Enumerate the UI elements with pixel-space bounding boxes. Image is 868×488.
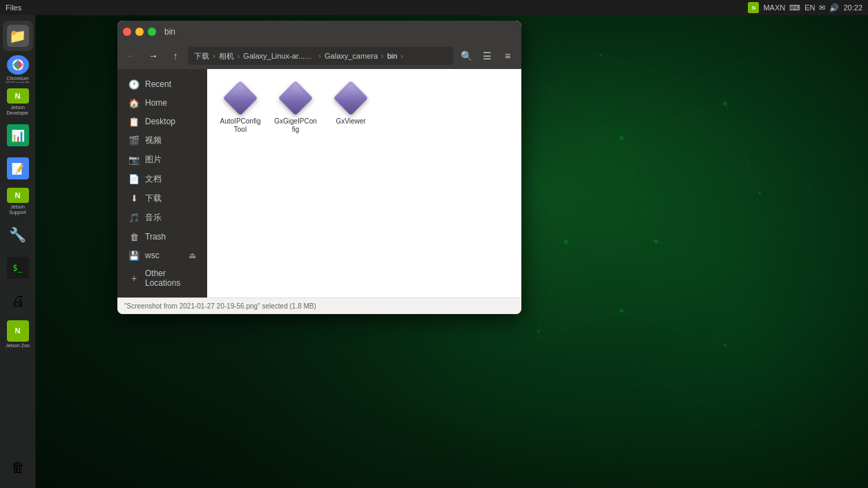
svg-point-21	[619, 309, 624, 313]
sidebar-label-pictures: 图片	[145, 154, 162, 166]
eject-icon[interactable]: ⏏	[189, 251, 196, 260]
svg-line-11	[518, 138, 566, 242]
pictures-icon: 📷	[128, 155, 139, 166]
autoipconfig-icon	[224, 81, 257, 115]
file-label-gxviewer: GxViewer	[336, 117, 365, 126]
dock-item-document[interactable]: 📝	[3, 153, 33, 184]
file-item-autoipconfig[interactable]: AutoIPConfigTool	[215, 77, 265, 138]
sidebar-label-documents: 文档	[145, 173, 162, 185]
file-manager-window: bin ← → ↑ 下载 › 相机 › Galaxy_Linux-ar...s_…	[117, 21, 521, 314]
breadcrumb-bar: 下载 › 相机 › Galaxy_Linux-ar...s_1.3.1911.9…	[188, 47, 454, 65]
file-item-gxgigeipconfig[interactable]: GxGigeIPConfig	[271, 77, 320, 138]
svg-line-10	[656, 380, 760, 428]
taskbar-time: 20:22	[843, 3, 862, 12]
file-label-gxgigeipconfig: GxGigeIPConfig	[273, 117, 318, 134]
sidebar-item-pictures[interactable]: 📷 图片	[120, 150, 204, 169]
home-icon: 🏠	[128, 97, 139, 108]
breadcrumb-galaxy-camera[interactable]: Galaxy_camera	[322, 52, 380, 60]
sidebar-item-other-locations[interactable]: + Other Locations	[120, 265, 204, 291]
dock-item-jetson-dev[interactable]: N JetsonDeveloperZone	[3, 87, 33, 117]
window-close-button[interactable]	[123, 28, 131, 36]
sidebar-item-recent[interactable]: 🕐 Recent	[120, 75, 204, 93]
status-text: "Screenshot from 2021-01-27 20-19-56.png…	[124, 302, 316, 310]
toolbar-end: 🔍 ☰ ≡	[456, 46, 517, 66]
svg-line-12	[539, 242, 566, 331]
up-button[interactable]: ↑	[166, 46, 185, 66]
svg-line-3	[621, 138, 656, 242]
dock-label-jetson-dev: JetsonDeveloperZone	[7, 105, 29, 116]
svg-line-0	[518, 69, 621, 138]
dock-item-settings[interactable]: 🔧	[3, 219, 33, 250]
wsc-icon: 💾	[128, 250, 139, 261]
top-taskbar: Files N MAXN ⌨ EN ✉ 🔊 20:22	[0, 0, 868, 15]
taskbar-maxn: MAXN	[763, 3, 785, 12]
sidebar-item-documents[interactable]: 📄 文档	[120, 170, 204, 188]
svg-point-24	[537, 330, 540, 333]
svg-line-8	[725, 345, 794, 414]
svg-line-6	[518, 311, 621, 345]
file-manager-body: 🕐 Recent 🏠 Home 📋 Desktop 🎬 视频 📷 图片 📄	[117, 69, 521, 297]
search-button[interactable]: 🔍	[456, 46, 476, 66]
svg-line-2	[725, 104, 829, 207]
forward-button[interactable]: →	[144, 46, 163, 66]
breadcrumb-camera[interactable]: 相机	[217, 51, 236, 61]
gxgigeipconfig-icon	[279, 81, 312, 115]
window-minimize-button[interactable]	[135, 28, 144, 36]
sidebar-label-wsc: wsc	[145, 251, 160, 260]
taskbar-right: N MAXN ⌨ EN ✉ 🔊 20:22	[748, 2, 862, 13]
dock-item-jetson-zoo[interactable]: N Jetson Zoo	[3, 319, 33, 349]
svg-line-7	[621, 311, 725, 345]
menu-button[interactable]: ≡	[498, 46, 517, 66]
breadcrumb-downloads[interactable]: 下载	[192, 51, 211, 61]
breadcrumb-galaxy[interactable]: Galaxy_Linux-ar...s_1.3.1911.9271	[241, 52, 317, 60]
sidebar-label-other-locations: Other Locations	[145, 269, 196, 288]
sidebar-label-home: Home	[145, 98, 167, 108]
breadcrumb-bin[interactable]: bin	[385, 52, 400, 60]
file-item-gxviewer[interactable]: GxViewer	[326, 77, 376, 138]
sidebar-item-music[interactable]: 🎵 音乐	[120, 208, 204, 227]
svg-point-23	[758, 192, 761, 195]
dock-label-jetson-support: JetsonSupportForums	[9, 204, 26, 215]
sidebar-item-trash[interactable]: 🗑 Trash	[120, 228, 204, 246]
dock-item-files[interactable]: 📁	[3, 21, 33, 51]
svg-line-15	[794, 242, 842, 311]
svg-line-1	[621, 104, 725, 138]
dock-item-terminal[interactable]: $_	[3, 253, 33, 283]
svg-point-22	[564, 240, 568, 244]
sidebar-item-downloads[interactable]: ⬇ 下载	[120, 189, 204, 208]
svg-point-25	[724, 344, 726, 347]
window-maximize-button[interactable]	[148, 28, 156, 36]
svg-line-9	[552, 380, 656, 414]
other-locations-icon: +	[128, 273, 139, 284]
taskbar-lang: EN	[804, 3, 815, 12]
videos-icon: 🎬	[128, 135, 139, 146]
dock-item-jetson-support[interactable]: N JetsonSupportForums	[3, 186, 33, 217]
dock-item-spreadsheet[interactable]: 📊	[3, 120, 33, 150]
sidebar-item-home[interactable]: 🏠 Home	[120, 94, 204, 112]
svg-line-13	[725, 104, 760, 193]
sidebar-item-desktop[interactable]: 📋 Desktop	[120, 113, 204, 130]
window-title: bin	[164, 27, 175, 37]
svg-point-19	[654, 240, 658, 244]
svg-line-14	[760, 138, 829, 193]
dock-label-jetson-zoo: Jetson Zoo	[6, 343, 30, 348]
svg-line-17	[691, 55, 760, 83]
documents-icon: 📄	[128, 174, 139, 185]
sidebar-label-recent: Recent	[145, 79, 171, 89]
nvidia-indicator[interactable]: N	[748, 2, 759, 13]
dock-item-trash[interactable]: 🗑	[3, 452, 33, 482]
sidebar-label-downloads: 下载	[145, 193, 162, 204]
taskbar-left: Files	[6, 3, 21, 12]
file-content-area: AutoIPConfigTool GxGigeIPConfig Gx	[207, 69, 521, 297]
back-button[interactable]: ←	[122, 46, 141, 66]
status-bar: "Screenshot from 2021-01-27 20-19-56.png…	[117, 297, 521, 314]
recent-icon: 🕐	[128, 79, 139, 90]
dock-item-chromium[interactable]: Chromium网页浏览器	[3, 54, 33, 84]
dock-item-printer[interactable]: 🖨	[3, 286, 33, 316]
svg-point-18	[619, 136, 624, 140]
sidebar-item-wsc[interactable]: 💾 wsc ⏏	[120, 246, 204, 264]
sidebar-item-videos[interactable]: 🎬 视频	[120, 131, 204, 150]
dock-label-chromium: Chromium网页浏览器	[6, 76, 30, 83]
view-options-button[interactable]: ☰	[477, 46, 496, 66]
sidebar-label-trash: Trash	[145, 232, 166, 242]
